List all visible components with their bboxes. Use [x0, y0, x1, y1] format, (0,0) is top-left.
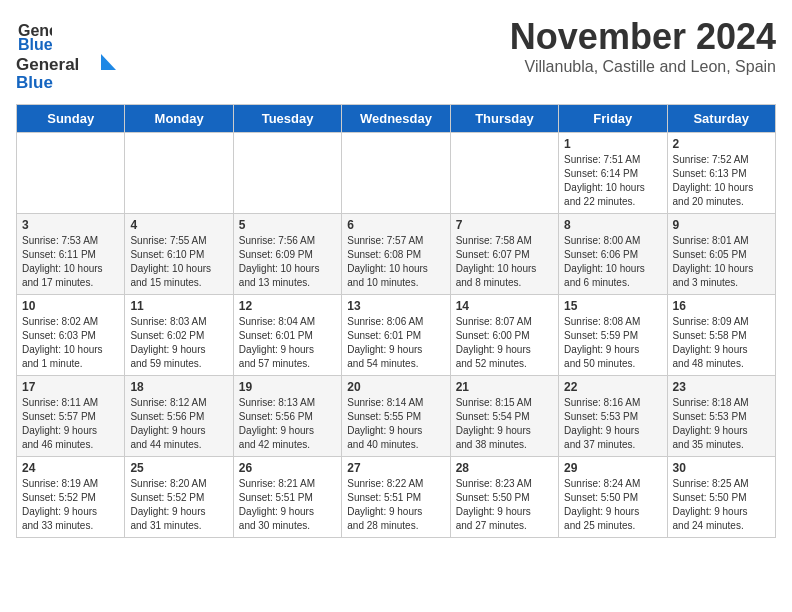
- day-number: 30: [673, 461, 770, 475]
- day-number: 1: [564, 137, 661, 151]
- day-number: 29: [564, 461, 661, 475]
- day-info: Sunrise: 8:21 AM Sunset: 5:51 PM Dayligh…: [239, 477, 336, 533]
- day-info: Sunrise: 7:58 AM Sunset: 6:07 PM Dayligh…: [456, 234, 553, 290]
- calendar-table: SundayMondayTuesdayWednesdayThursdayFrid…: [16, 104, 776, 538]
- day-info: Sunrise: 8:23 AM Sunset: 5:50 PM Dayligh…: [456, 477, 553, 533]
- calendar-cell: 24Sunrise: 8:19 AM Sunset: 5:52 PM Dayli…: [17, 457, 125, 538]
- day-info: Sunrise: 7:57 AM Sunset: 6:08 PM Dayligh…: [347, 234, 444, 290]
- calendar-cell: 9Sunrise: 8:01 AM Sunset: 6:05 PM Daylig…: [667, 214, 775, 295]
- weekday-header-tuesday: Tuesday: [233, 105, 341, 133]
- day-info: Sunrise: 8:13 AM Sunset: 5:56 PM Dayligh…: [239, 396, 336, 452]
- calendar-cell: 18Sunrise: 8:12 AM Sunset: 5:56 PM Dayli…: [125, 376, 233, 457]
- day-info: Sunrise: 8:14 AM Sunset: 5:55 PM Dayligh…: [347, 396, 444, 452]
- calendar-cell: 3Sunrise: 7:53 AM Sunset: 6:11 PM Daylig…: [17, 214, 125, 295]
- day-info: Sunrise: 8:04 AM Sunset: 6:01 PM Dayligh…: [239, 315, 336, 371]
- day-info: Sunrise: 8:03 AM Sunset: 6:02 PM Dayligh…: [130, 315, 227, 371]
- day-info: Sunrise: 8:01 AM Sunset: 6:05 PM Dayligh…: [673, 234, 770, 290]
- weekday-header-saturday: Saturday: [667, 105, 775, 133]
- day-number: 28: [456, 461, 553, 475]
- svg-marker-3: [101, 54, 116, 70]
- day-number: 26: [239, 461, 336, 475]
- calendar-cell: 21Sunrise: 8:15 AM Sunset: 5:54 PM Dayli…: [450, 376, 558, 457]
- calendar-cell: 19Sunrise: 8:13 AM Sunset: 5:56 PM Dayli…: [233, 376, 341, 457]
- day-number: 6: [347, 218, 444, 232]
- calendar-week-1: 1Sunrise: 7:51 AM Sunset: 6:14 PM Daylig…: [17, 133, 776, 214]
- day-number: 19: [239, 380, 336, 394]
- calendar-cell: [125, 133, 233, 214]
- calendar-week-3: 10Sunrise: 8:02 AM Sunset: 6:03 PM Dayli…: [17, 295, 776, 376]
- calendar-cell: 6Sunrise: 7:57 AM Sunset: 6:08 PM Daylig…: [342, 214, 450, 295]
- day-number: 27: [347, 461, 444, 475]
- day-number: 22: [564, 380, 661, 394]
- day-number: 20: [347, 380, 444, 394]
- day-number: 18: [130, 380, 227, 394]
- day-info: Sunrise: 7:55 AM Sunset: 6:10 PM Dayligh…: [130, 234, 227, 290]
- day-info: Sunrise: 8:12 AM Sunset: 5:56 PM Dayligh…: [130, 396, 227, 452]
- day-number: 7: [456, 218, 553, 232]
- day-info: Sunrise: 7:56 AM Sunset: 6:09 PM Dayligh…: [239, 234, 336, 290]
- calendar-cell: 17Sunrise: 8:11 AM Sunset: 5:57 PM Dayli…: [17, 376, 125, 457]
- day-info: Sunrise: 7:52 AM Sunset: 6:13 PM Dayligh…: [673, 153, 770, 209]
- calendar-week-4: 17Sunrise: 8:11 AM Sunset: 5:57 PM Dayli…: [17, 376, 776, 457]
- calendar-week-2: 3Sunrise: 7:53 AM Sunset: 6:11 PM Daylig…: [17, 214, 776, 295]
- calendar-cell: 22Sunrise: 8:16 AM Sunset: 5:53 PM Dayli…: [559, 376, 667, 457]
- calendar-cell: 16Sunrise: 8:09 AM Sunset: 5:58 PM Dayli…: [667, 295, 775, 376]
- day-info: Sunrise: 8:07 AM Sunset: 6:00 PM Dayligh…: [456, 315, 553, 371]
- day-number: 21: [456, 380, 553, 394]
- weekday-header-row: SundayMondayTuesdayWednesdayThursdayFrid…: [17, 105, 776, 133]
- day-info: Sunrise: 7:53 AM Sunset: 6:11 PM Dayligh…: [22, 234, 119, 290]
- calendar-cell: 27Sunrise: 8:22 AM Sunset: 5:51 PM Dayli…: [342, 457, 450, 538]
- day-number: 2: [673, 137, 770, 151]
- day-number: 13: [347, 299, 444, 313]
- day-number: 15: [564, 299, 661, 313]
- weekday-header-wednesday: Wednesday: [342, 105, 450, 133]
- title-area: November 2024 Villanubla, Castille and L…: [510, 16, 776, 76]
- calendar-cell: [342, 133, 450, 214]
- day-info: Sunrise: 8:19 AM Sunset: 5:52 PM Dayligh…: [22, 477, 119, 533]
- calendar-cell: 26Sunrise: 8:21 AM Sunset: 5:51 PM Dayli…: [233, 457, 341, 538]
- month-title: November 2024: [510, 16, 776, 58]
- calendar-cell: [17, 133, 125, 214]
- calendar-cell: 15Sunrise: 8:08 AM Sunset: 5:59 PM Dayli…: [559, 295, 667, 376]
- svg-text:Blue: Blue: [18, 36, 52, 52]
- calendar-cell: [233, 133, 341, 214]
- day-info: Sunrise: 8:18 AM Sunset: 5:53 PM Dayligh…: [673, 396, 770, 452]
- day-number: 23: [673, 380, 770, 394]
- calendar-cell: 14Sunrise: 8:07 AM Sunset: 6:00 PM Dayli…: [450, 295, 558, 376]
- logo: General Blue General Blue: [16, 16, 116, 94]
- logo-icon: General Blue: [16, 16, 52, 52]
- weekday-header-friday: Friday: [559, 105, 667, 133]
- day-number: 4: [130, 218, 227, 232]
- day-info: Sunrise: 8:25 AM Sunset: 5:50 PM Dayligh…: [673, 477, 770, 533]
- logo-graphic: General Blue: [16, 52, 116, 94]
- svg-text:Blue: Blue: [16, 73, 53, 92]
- header: General Blue General Blue November 2024 …: [16, 16, 776, 94]
- calendar-cell: [450, 133, 558, 214]
- calendar-body: 1Sunrise: 7:51 AM Sunset: 6:14 PM Daylig…: [17, 133, 776, 538]
- day-info: Sunrise: 8:08 AM Sunset: 5:59 PM Dayligh…: [564, 315, 661, 371]
- day-info: Sunrise: 8:20 AM Sunset: 5:52 PM Dayligh…: [130, 477, 227, 533]
- calendar-cell: 8Sunrise: 8:00 AM Sunset: 6:06 PM Daylig…: [559, 214, 667, 295]
- calendar-cell: 10Sunrise: 8:02 AM Sunset: 6:03 PM Dayli…: [17, 295, 125, 376]
- calendar-cell: 29Sunrise: 8:24 AM Sunset: 5:50 PM Dayli…: [559, 457, 667, 538]
- weekday-header-monday: Monday: [125, 105, 233, 133]
- day-info: Sunrise: 8:22 AM Sunset: 5:51 PM Dayligh…: [347, 477, 444, 533]
- calendar-cell: 5Sunrise: 7:56 AM Sunset: 6:09 PM Daylig…: [233, 214, 341, 295]
- day-number: 24: [22, 461, 119, 475]
- calendar-cell: 1Sunrise: 7:51 AM Sunset: 6:14 PM Daylig…: [559, 133, 667, 214]
- calendar-cell: 2Sunrise: 7:52 AM Sunset: 6:13 PM Daylig…: [667, 133, 775, 214]
- day-number: 14: [456, 299, 553, 313]
- day-number: 16: [673, 299, 770, 313]
- day-number: 3: [22, 218, 119, 232]
- calendar-cell: 13Sunrise: 8:06 AM Sunset: 6:01 PM Dayli…: [342, 295, 450, 376]
- day-number: 5: [239, 218, 336, 232]
- calendar-cell: 7Sunrise: 7:58 AM Sunset: 6:07 PM Daylig…: [450, 214, 558, 295]
- calendar-cell: 30Sunrise: 8:25 AM Sunset: 5:50 PM Dayli…: [667, 457, 775, 538]
- location-title: Villanubla, Castille and Leon, Spain: [510, 58, 776, 76]
- day-number: 9: [673, 218, 770, 232]
- calendar-cell: 25Sunrise: 8:20 AM Sunset: 5:52 PM Dayli…: [125, 457, 233, 538]
- day-info: Sunrise: 7:51 AM Sunset: 6:14 PM Dayligh…: [564, 153, 661, 209]
- day-info: Sunrise: 8:24 AM Sunset: 5:50 PM Dayligh…: [564, 477, 661, 533]
- day-number: 25: [130, 461, 227, 475]
- day-number: 10: [22, 299, 119, 313]
